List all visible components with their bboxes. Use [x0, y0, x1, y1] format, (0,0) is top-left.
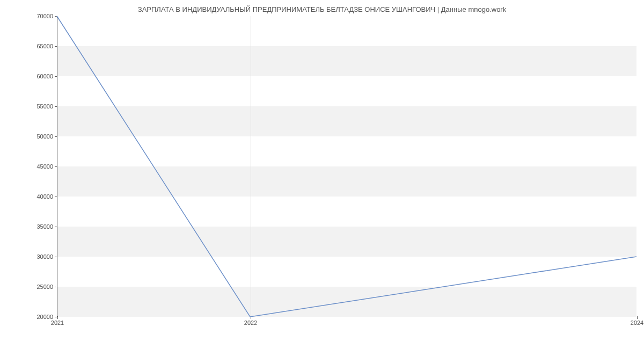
y-tick-label: 55000 [36, 103, 53, 110]
y-tick-label: 35000 [36, 223, 53, 230]
y-tick-label: 30000 [36, 253, 53, 260]
y-tick-label: 60000 [36, 73, 53, 79]
y-tick-label: 50000 [36, 133, 53, 140]
y-tick-label: 65000 [36, 43, 53, 49]
x-tick-label: 2021 [51, 319, 64, 326]
x-tick-label: 2024 [631, 319, 643, 326]
y-tick-label: 40000 [36, 193, 53, 200]
x-tick-mark [637, 316, 638, 319]
x-tick-label: 2022 [244, 319, 257, 326]
chart-title: ЗАРПЛАТА В ИНДИВИДУАЛЬНЫЙ ПРЕДПРИНИМАТЕЛ… [0, 0, 644, 13]
y-tick-label: 70000 [36, 13, 53, 19]
chart-container: 2000025000300003500040000450005000055000… [57, 16, 636, 317]
data-line [57, 16, 636, 317]
y-tick-label: 45000 [36, 163, 53, 170]
y-tick-label: 25000 [36, 283, 53, 290]
line-layer [57, 16, 636, 317]
